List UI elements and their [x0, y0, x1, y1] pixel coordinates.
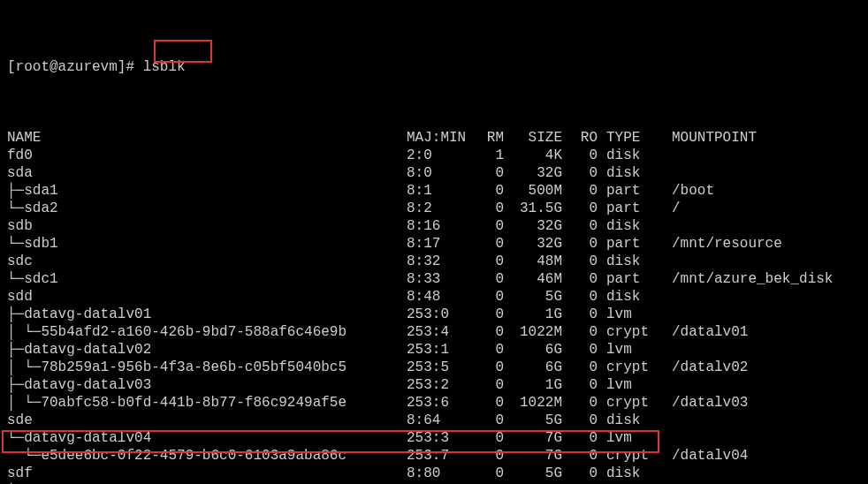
cell-majmin: 8:17 [407, 235, 468, 253]
cell-majmin: 2:0 [407, 147, 468, 164]
cell-name: sde [7, 412, 407, 429]
table-row: sdd8:4805G0disk [7, 288, 833, 306]
cell-rm: 0 [468, 235, 504, 253]
cell-name: sdf [7, 465, 407, 482]
table-row: │ └─70abfc58-b0fd-441b-8b77-f86c9249af5e… [7, 394, 833, 412]
col-mountpoint: MOUNTPOINT [659, 129, 833, 147]
col-name: NAME [7, 129, 407, 147]
cell-mountpoint [659, 429, 833, 447]
cell-size: 46M [504, 270, 562, 288]
cell-type: part [598, 200, 659, 217]
cell-rm: 0 [468, 306, 504, 323]
cell-size: 1022M [504, 394, 562, 412]
cell-majmin: 8:33 [407, 270, 468, 288]
table-row: └─sda28:2031.5G0part/ [7, 200, 833, 217]
cell-name: ├─datavg-datalv02 [7, 341, 407, 359]
cell-majmin: 253:2 [407, 376, 468, 394]
cell-rm: 0 [468, 164, 504, 182]
cell-mountpoint: /datalv02 [659, 359, 833, 376]
cell-mountpoint [659, 253, 833, 270]
cell-majmin: 8:80 [407, 465, 468, 482]
cell-ro: 0 [562, 288, 598, 306]
cell-name: │ └─78b259a1-956b-4f3a-8e6b-c05bf5040bc5 [7, 359, 407, 376]
cell-type: lvm [598, 429, 659, 447]
cell-ro: 0 [562, 270, 598, 288]
table-row: sdc8:32048M0disk [7, 253, 833, 270]
cell-ro: 0 [562, 164, 598, 182]
cell-size: 5G [504, 288, 562, 306]
table-row: └─sdc18:33046M0part/mnt/azure_bek_disk [7, 270, 833, 288]
cell-majmin: 253:4 [407, 323, 468, 341]
terminal-output: [root@azurevm]# lsblk NAME MAJ:MIN RM SI… [0, 0, 868, 484]
cell-ro: 0 [562, 376, 598, 394]
cell-type: part [598, 270, 659, 288]
cell-type: crypt [598, 323, 659, 341]
table-row: └─e5dee6bc-0f22-4579-b6c0-6103a9aba86c25… [7, 447, 833, 465]
cell-type: part [598, 182, 659, 200]
cell-size: 31.5G [504, 200, 562, 217]
cell-name: │ └─55b4afd2-a160-426b-9bd7-588af6c46e9b [7, 323, 407, 341]
cell-size: 1022M [504, 323, 562, 341]
table-row: ├─sda18:10500M0part/boot [7, 182, 833, 200]
cell-majmin: 8:64 [407, 412, 468, 429]
table-row: sde8:6405G0disk [7, 412, 833, 429]
cell-size: 32G [504, 235, 562, 253]
cell-size: 1G [504, 306, 562, 323]
table-row: │ └─55b4afd2-a160-426b-9bd7-588af6c46e9b… [7, 323, 833, 341]
cell-ro: 0 [562, 447, 598, 465]
cell-ro: 0 [562, 465, 598, 482]
cell-rm: 0 [468, 394, 504, 412]
cell-name: ├─datavg-datalv01 [7, 306, 407, 323]
cell-rm: 0 [468, 182, 504, 200]
cell-ro: 0 [562, 359, 598, 376]
prompt-line[interactable]: [root@azurevm]# lsblk [7, 41, 861, 94]
cell-mountpoint: /mnt/resource [659, 235, 833, 253]
cell-majmin: 253:1 [407, 341, 468, 359]
cell-name: fd0 [7, 147, 407, 164]
cell-majmin: 8:32 [407, 253, 468, 270]
cell-ro: 0 [562, 217, 598, 235]
cell-mountpoint: /boot [659, 182, 833, 200]
cell-rm: 0 [468, 376, 504, 394]
cell-rm: 0 [468, 341, 504, 359]
cell-rm: 0 [468, 200, 504, 217]
cell-type: part [598, 235, 659, 253]
cell-type: lvm [598, 376, 659, 394]
cell-rm: 1 [468, 147, 504, 164]
table-row: ├─datavg-datalv02253:106G0lvm [7, 341, 833, 359]
cell-size: 500M [504, 182, 562, 200]
cell-name: ├─sda1 [7, 182, 407, 200]
cell-ro: 0 [562, 235, 598, 253]
cell-rm: 0 [468, 412, 504, 429]
cell-mountpoint [659, 306, 833, 323]
cell-type: lvm [598, 306, 659, 323]
cell-size: 48M [504, 253, 562, 270]
col-rm: RM [468, 129, 504, 147]
col-size: SIZE [504, 129, 562, 147]
table-row: fd02:014K0disk [7, 147, 833, 164]
cell-type: disk [598, 412, 659, 429]
col-majmin: MAJ:MIN [407, 129, 468, 147]
cell-name: └─sdb1 [7, 235, 407, 253]
cell-majmin: 8:48 [407, 288, 468, 306]
cell-size: 32G [504, 217, 562, 235]
cell-rm: 0 [468, 270, 504, 288]
cell-size: 7G [504, 429, 562, 447]
cell-name: sdd [7, 288, 407, 306]
command-text: lsblk [143, 59, 186, 75]
cell-mountpoint: /datalv04 [659, 447, 833, 465]
cell-name: ├─datavg-datalv03 [7, 376, 407, 394]
table-row: ├─datavg-datalv01253:001G0lvm [7, 306, 833, 323]
cell-mountpoint [659, 341, 833, 359]
cell-name: │ └─70abfc58-b0fd-441b-8b77-f86c9249af5e [7, 394, 407, 412]
table-row: sdb8:16032G0disk [7, 217, 833, 235]
cell-mountpoint [659, 465, 833, 482]
cell-mountpoint [659, 147, 833, 164]
cell-rm: 0 [468, 288, 504, 306]
cell-ro: 0 [562, 306, 598, 323]
cell-size: 6G [504, 341, 562, 359]
cell-rm: 0 [468, 323, 504, 341]
table-row: │ └─78b259a1-956b-4f3a-8e6b-c05bf5040bc5… [7, 359, 833, 376]
prompt-text: [root@azurevm]# [7, 59, 134, 75]
table-row: sda8:0032G0disk [7, 164, 833, 182]
